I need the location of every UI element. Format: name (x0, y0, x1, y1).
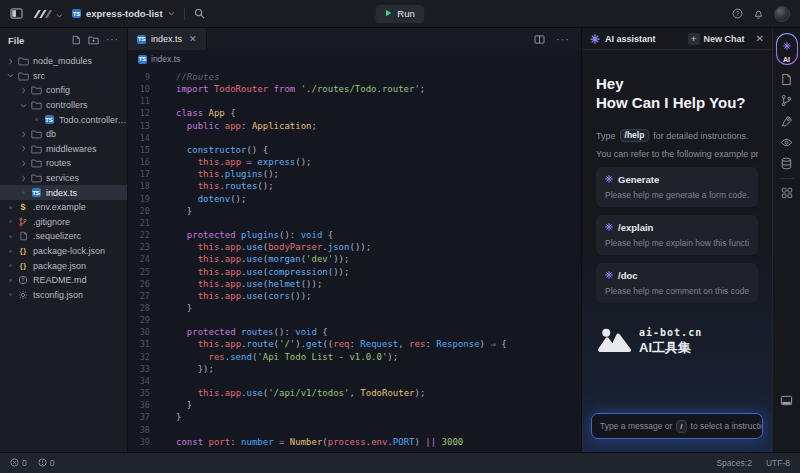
grid-icon[interactable] (781, 187, 793, 199)
code-line[interactable]: 21 (128, 217, 581, 229)
code-line[interactable]: 13 public app: Application; (128, 120, 581, 132)
code-line[interactable]: 25 this.app.use(compression()); (128, 266, 581, 278)
breadcrumb-label: index.ts (151, 54, 180, 64)
tree-item-index.ts[interactable]: TSindex.ts (0, 185, 127, 200)
tab-index-ts[interactable]: TS index.ts ✕ (128, 28, 207, 50)
tree-item-tsconfig.json[interactable]: tsconfig.json (0, 288, 127, 303)
breadcrumb[interactable]: TS index.ts (128, 50, 581, 68)
new-folder-icon[interactable] (88, 35, 99, 45)
code-line[interactable]: 20 } (128, 205, 581, 217)
tree-item-services[interactable]: services (0, 171, 127, 186)
ai-assistant-panel: AI assistant + New Chat ✕ Hey How Can I … (581, 28, 800, 452)
help-icon[interactable]: ? (732, 8, 743, 19)
document-icon[interactable] (780, 73, 793, 86)
ai-badge[interactable]: AI (776, 33, 798, 65)
statusbar: 0 0 Spaces:2 UTF-8 (0, 452, 800, 473)
code-line[interactable]: 18 this.routes(); (128, 180, 581, 192)
folder-icon (29, 100, 43, 110)
code-line[interactable]: 31 this.app.route('/').get((req: Request… (128, 338, 581, 350)
new-chat-button[interactable]: + New Chat (688, 33, 745, 45)
tree-item-routes[interactable]: routes (0, 156, 127, 171)
tree-item-label: Todo.controller.ts (59, 115, 127, 125)
chat-input[interactable]: Type a message or / to select a instruct… (591, 413, 763, 439)
code-line[interactable]: 22 protected plugins(): void { (128, 229, 581, 241)
code-line[interactable]: 9//Routes (128, 71, 581, 83)
preview-icon[interactable] (780, 136, 793, 149)
indentation-setting[interactable]: Spaces:2 (716, 458, 751, 468)
prompt-card-doc[interactable]: /docPlease help me comment on this code. (596, 263, 758, 303)
panel-toggle-icon[interactable] (780, 394, 793, 407)
tree-item-label: config (46, 85, 70, 95)
code-line[interactable]: 38 (128, 424, 581, 436)
tree-item-README.md[interactable]: ?README.md (0, 273, 127, 288)
database-icon[interactable] (780, 157, 793, 170)
prompt-card-Generate[interactable]: GeneratePlease help me generate a form c… (596, 167, 758, 207)
avatar[interactable] (774, 6, 790, 22)
more-icon[interactable]: ··· (106, 37, 119, 43)
tree-item-controllers[interactable]: controllers (0, 98, 127, 113)
tree-item-db[interactable]: db (0, 127, 127, 142)
tree-item-.env.example[interactable]: $.env.example (0, 200, 127, 215)
close-icon[interactable]: ✕ (189, 34, 197, 44)
code-line[interactable]: 16 this.app = express(); (128, 156, 581, 168)
code-line[interactable]: 34 (128, 375, 581, 387)
new-file-icon[interactable] (71, 35, 81, 45)
more-icon[interactable]: ··· (556, 37, 570, 41)
search-icon[interactable] (194, 8, 205, 19)
code-line[interactable]: 12class App { (128, 107, 581, 119)
code-line[interactable]: 28 } (128, 302, 581, 314)
code-line[interactable]: 10import TodoRouter from './routes/Todo.… (128, 83, 581, 95)
code-line[interactable]: 37} (128, 411, 581, 423)
error-icon (10, 458, 19, 469)
tree-item-middlewares[interactable]: middlewares (0, 142, 127, 157)
chevron-down-icon (168, 8, 175, 19)
line-number: 31 (128, 338, 150, 350)
code-line[interactable]: 23 this.app.use(bodyParser.json()); (128, 241, 581, 253)
code-line[interactable]: 29 (128, 314, 581, 326)
app-menu[interactable] (32, 5, 63, 23)
code-line[interactable]: 39const port: number = Number(process.en… (128, 436, 581, 448)
split-editor-icon[interactable] (534, 30, 545, 48)
tree-item-label: db (46, 129, 56, 139)
tree-item-.sequelizerc[interactable]: .sequelizerc (0, 229, 127, 244)
error-count[interactable]: 0 (10, 458, 27, 469)
code-area[interactable]: 9//Routes10import TodoRouter from './rou… (128, 68, 581, 452)
prompts-intro: You can refer to the following example p… (596, 149, 758, 159)
code-line[interactable]: 32 res.send('Api Todo List - v1.0.0'); (128, 351, 581, 363)
code-line[interactable]: 19 dotenv(); (128, 193, 581, 205)
run-button[interactable]: Run (375, 5, 424, 23)
code-text: class App { (176, 107, 236, 119)
tree-item-.gitignore[interactable]: .gitignore (0, 215, 127, 230)
tree-item-node_modules[interactable]: node_modules (0, 54, 127, 69)
code-line[interactable]: 30 protected routes(): void { (128, 326, 581, 338)
git-branch-icon[interactable] (780, 94, 793, 107)
tree-item-package.json[interactable]: { }package.json (0, 258, 127, 273)
tree-item-config[interactable]: config (0, 83, 127, 98)
encoding-setting[interactable]: UTF-8 (766, 458, 790, 468)
code-line[interactable]: 24 this.app.use(morgan('dev')); (128, 253, 581, 265)
code-line[interactable]: 33 }); (128, 363, 581, 375)
code-line[interactable]: 11 (128, 95, 581, 107)
project-switcher[interactable]: TS express-todo-list (72, 8, 175, 19)
code-line[interactable]: 27 this.app.use(cors()); (128, 290, 581, 302)
close-icon[interactable]: ✕ (756, 33, 764, 44)
sidebar-toggle-icon[interactable] (10, 8, 23, 19)
chevron-right-icon (18, 160, 29, 167)
code-line[interactable]: 26 this.app.use(helmet()); (128, 278, 581, 290)
tree-item-package-lock.json[interactable]: { }package-lock.json (0, 244, 127, 259)
code-line[interactable]: 17 this.plugins(); (128, 168, 581, 180)
prompt-card-explain[interactable]: /explainPlease help me explain how this … (596, 215, 758, 255)
tree-item-src[interactable]: src (0, 69, 127, 84)
code-line[interactable]: 15 constructor() { (128, 144, 581, 156)
plus-icon: + (688, 33, 700, 45)
code-line[interactable]: 36 } (128, 399, 581, 411)
line-number: 22 (128, 229, 150, 241)
code-line[interactable]: 35 this.app.use('/api/v1/todos', TodoRou… (128, 387, 581, 399)
code-line[interactable]: 14 (128, 132, 581, 144)
tree-item-Todo.controller.ts[interactable]: TSTodo.controller.ts (0, 112, 127, 127)
bell-icon[interactable] (753, 8, 764, 19)
help-command[interactable]: /help (620, 129, 650, 142)
rocket-icon[interactable] (780, 115, 793, 128)
folder-icon (29, 173, 43, 183)
warning-count[interactable]: 0 (38, 458, 55, 469)
